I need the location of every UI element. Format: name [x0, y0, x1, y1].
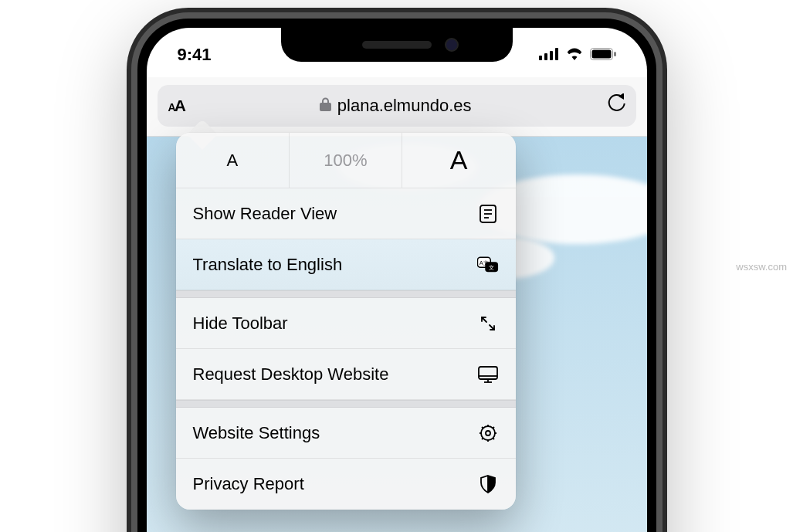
- phone-screen: 9:41 AA: [147, 28, 647, 532]
- menu-item-label: Privacy Report: [193, 474, 304, 494]
- desktop-monitor-icon: [477, 364, 499, 385]
- svg-rect-3: [555, 48, 558, 60]
- menu-privacy-report[interactable]: Privacy Report: [176, 459, 516, 510]
- menu-item-label: Website Settings: [193, 423, 320, 443]
- url-display[interactable]: plana.elmundo.es: [192, 96, 599, 116]
- svg-rect-1: [544, 53, 547, 60]
- translate-icon: A文文: [477, 254, 499, 276]
- reader-icon: [477, 203, 499, 225]
- svg-line-29: [482, 438, 483, 439]
- url-host: plana.elmundo.es: [337, 96, 472, 116]
- svg-rect-17: [479, 367, 497, 379]
- battery-icon: [590, 45, 616, 65]
- menu-hide-toolbar[interactable]: Hide Toolbar: [176, 298, 516, 349]
- zoom-controls: A 100% A: [176, 133, 516, 188]
- svg-line-28: [493, 438, 494, 439]
- iphone-device-frame: 9:41 AA: [127, 8, 667, 532]
- page-settings-popover: A 100% A Show Reader View Translate to E…: [176, 133, 516, 510]
- cellular-signal-icon: [539, 45, 559, 65]
- watermark: wsxsw.com: [736, 260, 787, 272]
- lock-icon: [320, 97, 331, 115]
- expand-arrows-icon: [477, 313, 499, 334]
- url-bar[interactable]: AA plana.elmundo.es: [158, 85, 636, 127]
- svg-text:文: 文: [489, 264, 494, 271]
- gear-icon: [477, 422, 499, 444]
- menu-show-reader-view[interactable]: Show Reader View: [176, 188, 516, 239]
- privacy-shield-icon: [477, 473, 499, 495]
- svg-rect-6: [614, 52, 616, 56]
- svg-point-22: [486, 431, 490, 435]
- svg-rect-2: [550, 51, 553, 60]
- svg-line-30: [493, 427, 494, 429]
- menu-item-label: Translate to English: [193, 255, 343, 275]
- svg-line-27: [482, 427, 483, 429]
- menu-website-settings[interactable]: Website Settings: [176, 408, 516, 459]
- menu-request-desktop-website[interactable]: Request Desktop Website: [176, 349, 516, 400]
- zoom-out-button[interactable]: A: [176, 133, 290, 188]
- browser-toolbar: AA plana.elmundo.es: [147, 77, 647, 137]
- zoom-in-button[interactable]: A: [402, 133, 516, 188]
- svg-rect-0: [539, 56, 542, 60]
- menu-item-label: Show Reader View: [193, 204, 337, 224]
- menu-translate-to-english[interactable]: Translate to English A文文: [176, 239, 516, 290]
- text-size-button[interactable]: AA: [168, 97, 185, 115]
- zoom-level[interactable]: 100%: [289, 133, 402, 188]
- svg-rect-5: [591, 50, 611, 59]
- iphone-notch: [281, 28, 513, 62]
- menu-item-label: Request Desktop Website: [193, 364, 389, 385]
- wifi-icon: [565, 45, 584, 65]
- menu-item-label: Hide Toolbar: [193, 313, 288, 334]
- status-time: 9:41: [178, 45, 212, 64]
- reload-button[interactable]: [607, 93, 625, 118]
